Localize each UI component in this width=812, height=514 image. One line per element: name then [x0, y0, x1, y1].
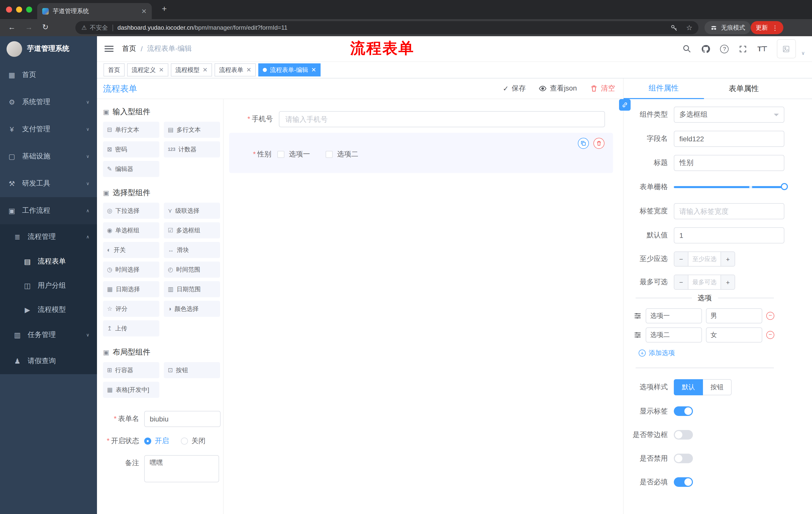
drag-handle-icon[interactable]: [634, 331, 642, 339]
hamburger-button[interactable]: [105, 46, 114, 52]
option-value-input[interactable]: [706, 327, 762, 343]
label-width-input[interactable]: [674, 203, 784, 219]
plus-button[interactable]: +: [721, 252, 735, 266]
minus-button[interactable]: −: [674, 275, 688, 289]
breadcrumb-home[interactable]: 首页: [122, 44, 136, 53]
password-key-icon[interactable]: [670, 23, 679, 32]
close-icon[interactable]: ✕: [159, 66, 164, 74]
component-slider[interactable]: ↔滑块: [164, 242, 220, 258]
status-closed-radio[interactable]: 关闭: [181, 437, 205, 445]
component-date-picker[interactable]: ▦日期选择: [103, 281, 159, 297]
sidebar-item-home[interactable]: ▦ 首页: [0, 61, 97, 88]
disabled-toggle[interactable]: [674, 454, 693, 463]
component-row-container[interactable]: ⊞行容器: [103, 362, 159, 378]
remove-option-button[interactable]: −: [766, 331, 774, 339]
github-icon[interactable]: [701, 44, 711, 54]
view-json-button[interactable]: 查看json: [539, 84, 577, 93]
drag-handle-icon[interactable]: [634, 312, 642, 320]
component-color-picker[interactable]: ◑颜色选择: [164, 301, 220, 317]
delete-component-button[interactable]: [593, 138, 605, 149]
slider-handle[interactable]: [781, 183, 788, 190]
browser-update-button[interactable]: 更新 ⋮: [751, 21, 783, 34]
close-icon[interactable]: ✕: [203, 66, 207, 74]
tab-component-props[interactable]: 组件属性: [624, 78, 704, 99]
sidebar-item-leave-query[interactable]: ♟ 请假查询: [0, 348, 97, 374]
component-rate[interactable]: ☆评分: [103, 301, 159, 317]
max-select-input[interactable]: [688, 275, 721, 289]
component-date-range[interactable]: ▥日期范围: [164, 281, 220, 297]
back-button[interactable]: ←: [8, 23, 16, 31]
bookmark-star-icon[interactable]: ☆: [686, 24, 692, 32]
address-bar[interactable]: ⚠ 不安全 dashboard.yudao.iocoder.cn /bpm/ma…: [76, 21, 698, 34]
component-switch[interactable]: ◐开关: [103, 242, 159, 258]
component-editor[interactable]: ✎编辑器: [103, 161, 159, 177]
remark-textarea[interactable]: 嘿嘿: [144, 455, 219, 482]
component-time-picker[interactable]: ◷时间选择: [103, 262, 159, 278]
sidebar-item-process-management[interactable]: ≣ 流程管理 ∧: [0, 224, 97, 249]
save-button[interactable]: ✓ 保存: [503, 84, 526, 93]
status-open-radio[interactable]: 开启: [144, 437, 169, 445]
title-input[interactable]: [674, 155, 784, 171]
component-checkbox-group[interactable]: ☑多选框组: [164, 222, 220, 238]
plus-button[interactable]: +: [721, 275, 735, 289]
sidebar-item-process-form[interactable]: ▤ 流程表单: [0, 249, 97, 274]
required-toggle[interactable]: [674, 477, 693, 487]
gender-option-2[interactable]: 选项二: [326, 150, 358, 159]
tab-form-props[interactable]: 表单属性: [704, 78, 784, 99]
add-option-button[interactable]: + 添加选项: [639, 349, 812, 358]
component-counter[interactable]: 123计数器: [164, 141, 220, 157]
phone-field[interactable]: *手机号: [230, 111, 605, 127]
tag-process-model[interactable]: 流程模型 ✕: [171, 63, 212, 77]
grid-slider[interactable]: [674, 179, 784, 195]
new-tab-button[interactable]: +: [159, 4, 170, 14]
remove-option-button[interactable]: −: [766, 312, 774, 320]
component-table[interactable]: ▦表格[开发中]: [103, 382, 159, 398]
component-time-range[interactable]: ◴时间范围: [164, 262, 220, 278]
component-single-line-text[interactable]: ⊟单行文本: [103, 122, 159, 138]
forward-button[interactable]: →: [25, 23, 33, 31]
sidebar-item-user-group[interactable]: ◫ 用户分组: [0, 274, 97, 298]
minus-button[interactable]: −: [674, 252, 688, 266]
close-icon[interactable]: ✕: [246, 66, 251, 74]
user-avatar[interactable]: [777, 39, 796, 58]
tag-home[interactable]: 首页: [104, 63, 125, 77]
option-value-input[interactable]: [706, 308, 762, 323]
copy-component-button[interactable]: [578, 138, 589, 149]
sidebar-item-workflow[interactable]: ▣ 工作流程 ∧: [0, 197, 97, 224]
border-toggle[interactable]: [674, 430, 693, 439]
traffic-light-close[interactable]: [6, 6, 12, 12]
component-multi-line-text[interactable]: ▤多行文本: [164, 122, 220, 138]
traffic-light-minimize[interactable]: [16, 6, 22, 12]
sidebar-logo[interactable]: 芋道管理系统: [0, 36, 97, 61]
browser-menu-icon[interactable]: ⋮: [772, 24, 778, 31]
browser-tab[interactable]: 芋道管理系统 ✕: [37, 3, 152, 19]
tag-process-form-edit[interactable]: 流程表单-编辑 ✕: [258, 63, 321, 77]
link-badge[interactable]: [619, 99, 631, 111]
component-cascader[interactable]: ⋎级联选择: [164, 203, 220, 219]
tag-process-form[interactable]: 流程表单 ✕: [214, 63, 256, 77]
tag-process-definition[interactable]: 流程定义 ✕: [127, 63, 168, 77]
clear-button[interactable]: 清空: [590, 84, 615, 93]
reload-button[interactable]: ↻: [42, 23, 49, 32]
component-radio-group[interactable]: ◉单选框组: [103, 222, 159, 238]
selected-component[interactable]: *性别 选项一 选项二: [229, 133, 613, 173]
sidebar-item-devtools[interactable]: ⚒ 研发工具 ∨: [0, 170, 97, 197]
avatar-chevron-down-icon[interactable]: ∨: [801, 50, 805, 56]
component-button[interactable]: ⊡按钮: [164, 362, 220, 378]
component-select[interactable]: ◎下拉选择: [103, 203, 159, 219]
sidebar-item-process-model[interactable]: ▶ 流程模型: [0, 298, 97, 322]
component-upload[interactable]: ↥上传: [103, 320, 159, 336]
search-icon[interactable]: [682, 44, 692, 54]
sidebar-item-system[interactable]: ⚙ 系统管理 ∨: [0, 88, 97, 116]
field-name-input[interactable]: [674, 131, 784, 147]
sidebar-item-task-management[interactable]: ▥ 任务管理 ∨: [0, 322, 97, 348]
form-name-input[interactable]: [144, 411, 221, 427]
option-label-input[interactable]: [646, 308, 702, 323]
close-icon[interactable]: ✕: [311, 66, 316, 74]
checkbox[interactable]: [326, 151, 332, 158]
option-label-input[interactable]: [646, 327, 702, 343]
sidebar-item-infrastructure[interactable]: ▢ 基础设施 ∨: [0, 143, 97, 170]
help-icon[interactable]: ?: [720, 45, 729, 53]
style-default-button[interactable]: 默认: [674, 379, 703, 395]
component-password[interactable]: ⊠密码: [103, 141, 159, 157]
